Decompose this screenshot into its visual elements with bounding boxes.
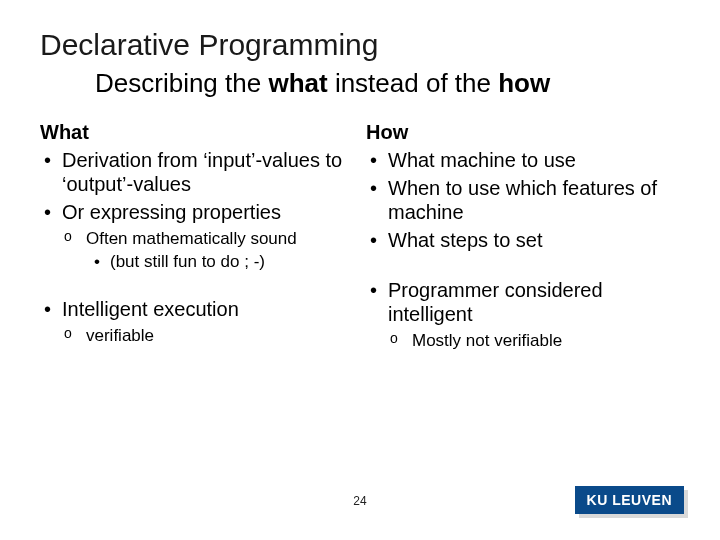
list-item: verifiable [40, 325, 354, 346]
left-list: Derivation from ‘input’-values to ‘outpu… [40, 148, 354, 224]
list-item: What machine to use [366, 148, 680, 172]
right-list: What machine to use When to use which fe… [366, 148, 680, 252]
left-column: What Derivation from ‘input’-values to ‘… [40, 121, 354, 353]
left-sublist: Often mathematically sound (but still fu… [40, 228, 354, 273]
right-sublist: Mostly not verifiable [366, 330, 680, 351]
right-column: How What machine to use When to use whic… [366, 121, 680, 353]
left-subsublist: (but still fun to do ; -) [86, 251, 354, 272]
columns: What Derivation from ‘input’-values to ‘… [40, 121, 680, 353]
list-item: Often mathematically sound (but still fu… [40, 228, 354, 273]
subtitle-mid: instead of the [328, 68, 499, 98]
left-list-2: Intelligent execution [40, 297, 354, 321]
list-item: Derivation from ‘input’-values to ‘outpu… [40, 148, 354, 196]
slide: Declarative Programming Describing the w… [0, 0, 720, 540]
slide-subtitle: Describing the what instead of the how [95, 68, 680, 99]
subtitle-bold-2: how [498, 68, 550, 98]
right-heading: How [366, 121, 680, 144]
subtitle-bold-1: what [268, 68, 327, 98]
left-heading: What [40, 121, 354, 144]
list-item: What steps to set [366, 228, 680, 252]
sublist-text: Often mathematically sound [86, 229, 297, 248]
right-list-2: Programmer considered intelligent [366, 278, 680, 326]
list-item: Mostly not verifiable [366, 330, 680, 351]
slide-title: Declarative Programming [40, 28, 680, 62]
list-item: Or expressing properties [40, 200, 354, 224]
list-item: Intelligent execution [40, 297, 354, 321]
list-item: (but still fun to do ; -) [86, 251, 354, 272]
list-item: When to use which features of machine [366, 176, 680, 224]
kuleuven-logo: KU LEUVEN [575, 486, 684, 514]
page-number: 24 [353, 494, 366, 508]
list-item: Programmer considered intelligent [366, 278, 680, 326]
subtitle-pre: Describing the [95, 68, 268, 98]
left-sublist-2: verifiable [40, 325, 354, 346]
